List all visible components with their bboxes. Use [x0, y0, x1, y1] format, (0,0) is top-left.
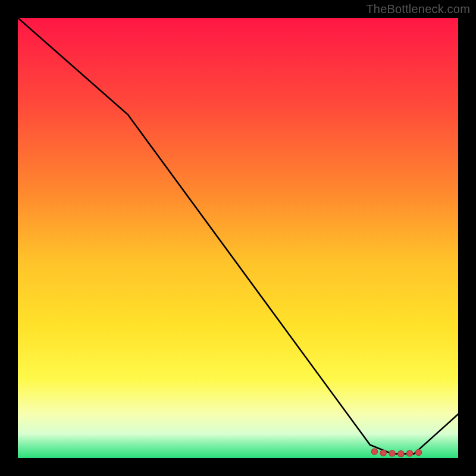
marker-dot [380, 450, 386, 456]
marker-dot [406, 450, 412, 456]
plot-area [18, 18, 458, 458]
marker-dot [389, 450, 395, 456]
marker-dot [398, 450, 404, 456]
bottleneck-curve [18, 18, 458, 454]
marker-dot [371, 449, 377, 455]
optimal-zone-markers [371, 449, 421, 457]
marker-dot [415, 449, 421, 455]
chart-stage: TheBottleneck.com [0, 0, 476, 476]
attribution-label: TheBottleneck.com [366, 2, 470, 16]
curve-layer [18, 18, 458, 458]
